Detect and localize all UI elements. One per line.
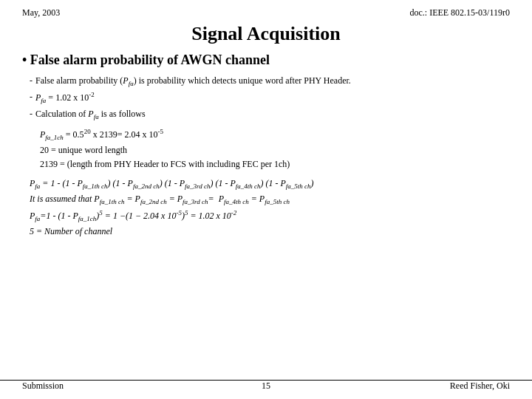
dash-item-3: - Calculation of Pfa is as follows	[30, 107, 510, 123]
formula-block: Pfa = 1 - (1 - Pfa_1th ch) (1 - Pfa_2nd …	[30, 177, 510, 239]
dash-list: - False alarm probability (Pfa) is proba…	[30, 74, 510, 123]
formula-line-1: Pfa = 1 - (1 - Pfa_1th ch) (1 - Pfa_2nd …	[30, 177, 510, 192]
footer-center: 15	[262, 381, 270, 392]
page-title: Signal Acquisition	[0, 23, 532, 45]
footer: Submission 15 Reed Fisher, Oki	[0, 380, 532, 392]
indent-block: Pfa_1ch = 0.520 x 2139= 2.04 x 10-5 20 =…	[40, 127, 510, 171]
section-header: • False alarm probability of AWGN channe…	[22, 52, 510, 68]
formula-line-2: It is assumed that Pfa_1th ch = Pfa_2nd …	[30, 192, 510, 208]
dash-item-2: - Pfa = 1.02 x 10-2	[30, 90, 510, 106]
formula-line-4: 5 = Number of channel	[30, 225, 510, 239]
content: • False alarm probability of AWGN channe…	[0, 52, 532, 239]
dash-content-3: Calculation of Pfa is as follows	[35, 107, 510, 123]
dash-item-1: - False alarm probability (Pfa) is proba…	[30, 74, 510, 89]
dash-3: -	[30, 107, 33, 123]
title-section: Signal Acquisition	[0, 21, 532, 52]
header: May, 2003 doc.: IEEE 802.15-03/119r0	[0, 0, 532, 21]
indent-line-2: 20 = unique word length	[40, 143, 510, 157]
formula-line-3: Pfa=1 - (1 - Pfa_1ch)5 = 1 −(1 − 2.04 x …	[30, 208, 510, 225]
header-right: doc.: IEEE 802.15-03/119r0	[409, 7, 510, 18]
bullet-text: False alarm probability of AWGN channel	[30, 52, 270, 67]
dash-content-1: False alarm probability (Pfa) is probabi…	[35, 74, 510, 89]
footer-right: Reed Fisher, Oki	[450, 381, 510, 392]
page: May, 2003 doc.: IEEE 802.15-03/119r0 Sig…	[0, 0, 532, 399]
dash-1: -	[30, 74, 33, 89]
dash-content-2: Pfa = 1.02 x 10-2	[35, 90, 510, 106]
indent-line-3: 2139 = (length from PHY Header to FCS wi…	[40, 157, 510, 171]
footer-left: Submission	[22, 381, 64, 392]
dash-2: -	[30, 90, 33, 106]
indent-line-1: Pfa_1ch = 0.520 x 2139= 2.04 x 10-5	[40, 127, 510, 143]
header-left: May, 2003	[22, 7, 60, 18]
